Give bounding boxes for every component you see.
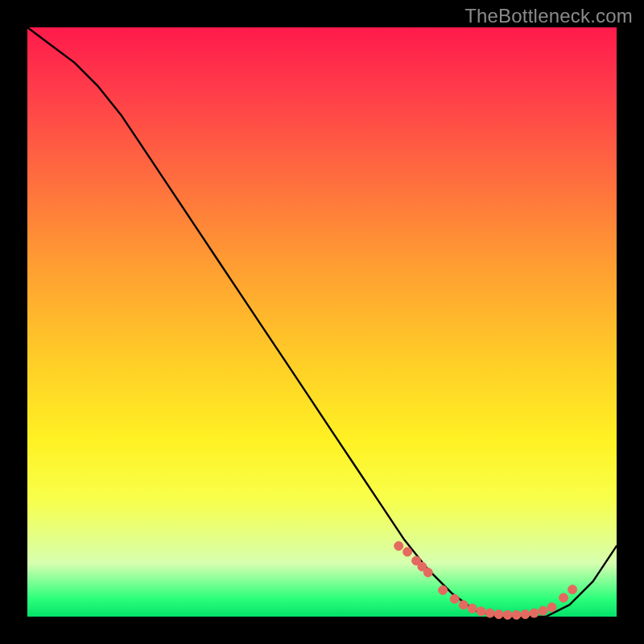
scatter-point <box>477 607 485 616</box>
scatter-point <box>530 609 539 617</box>
scatter-point <box>494 610 503 619</box>
scatter-points <box>394 542 577 620</box>
plot-area <box>27 27 617 617</box>
scatter-point <box>559 593 568 602</box>
scatter-point <box>503 610 512 619</box>
watermark-text: TheBottleneck.com <box>464 5 633 27</box>
scatter-point <box>539 606 547 615</box>
scatter-point <box>568 585 577 594</box>
scatter-point <box>423 568 432 577</box>
scatter-point <box>485 609 494 617</box>
scatter-point <box>547 603 556 612</box>
scatter-point <box>450 595 459 604</box>
curve-line <box>27 27 617 617</box>
scatter-point <box>512 610 521 619</box>
chart-stage: TheBottleneck.com <box>0 0 644 644</box>
scatter-point <box>459 601 468 609</box>
scatter-point <box>394 542 403 551</box>
chart-svg <box>27 27 617 617</box>
scatter-point <box>439 586 448 595</box>
scatter-point <box>403 547 412 556</box>
scatter-point <box>468 604 477 613</box>
scatter-point <box>521 610 530 619</box>
